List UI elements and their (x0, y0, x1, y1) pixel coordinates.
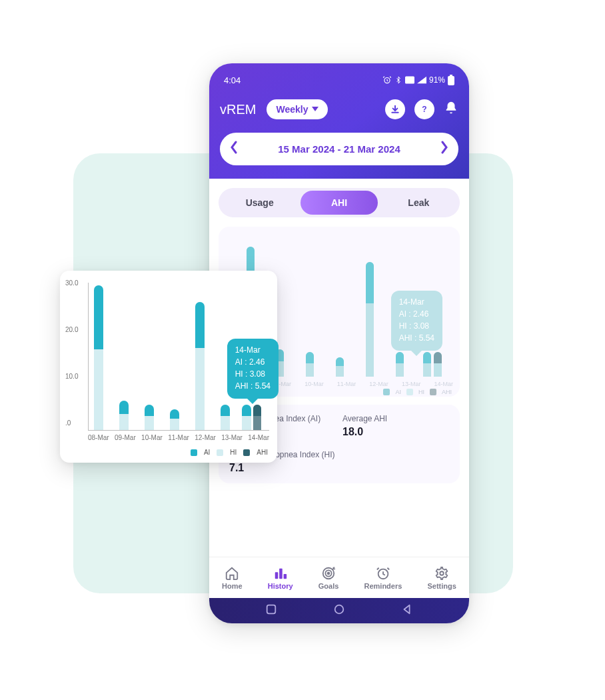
chevron-down-icon (312, 107, 318, 112)
chart-legend: AI HI AHI (191, 449, 268, 456)
system-nav (209, 598, 469, 623)
ytick-0: .0 (65, 419, 71, 427)
metric-hi-value: 7.1 (229, 462, 336, 474)
target-icon (321, 566, 336, 581)
sys-recent-button[interactable] (265, 603, 277, 618)
app-header: 4:04 91% vREM Weekly ? (209, 63, 469, 179)
battery-icon (448, 75, 454, 85)
chart-tooltip-faded: 14-Mar AI : 2.46 HI : 3.08 AHI : 5.54 (391, 291, 442, 351)
period-selector[interactable]: Weekly (267, 99, 328, 119)
signal-icon (417, 76, 426, 84)
sys-back-button[interactable] (401, 603, 413, 618)
status-time: 4:04 (224, 75, 241, 85)
battery-percent: 91% (429, 75, 445, 85)
svg-rect-2 (448, 76, 454, 85)
svg-text:?: ? (422, 105, 426, 114)
sys-home-button[interactable] (333, 603, 345, 618)
download-icon (390, 104, 400, 115)
chart-icon (273, 566, 288, 581)
chart-legend-faded: AI HI AHI (383, 389, 452, 395)
ahi-chart-overlay: 30.0 20.0 10.0 .0 08-Mar09-Mar10-Mar11-M… (60, 271, 277, 463)
app-title: vREM (220, 102, 256, 117)
notifications-button[interactable] (444, 101, 458, 118)
metric-tabs: Usage AHI Leak (219, 188, 460, 217)
nav-reminders[interactable]: Reminders (364, 566, 402, 590)
svg-rect-1 (405, 77, 414, 84)
svg-rect-13 (267, 605, 276, 614)
svg-point-10 (328, 572, 330, 574)
svg-rect-3 (450, 75, 452, 76)
toolbar: vREM Weekly ? (220, 99, 458, 119)
chart-tooltip: 14-Mar AI : 2.46 HI : 3.08 AHI : 5.54 (227, 339, 279, 399)
chevron-left-icon (229, 141, 239, 154)
tab-usage[interactable]: Usage (221, 191, 298, 215)
period-selector-label: Weekly (276, 104, 308, 115)
bell-icon (444, 101, 458, 115)
question-icon: ? (419, 104, 430, 115)
status-bar: 4:04 91% (220, 71, 458, 89)
nav-home[interactable]: Home (222, 566, 243, 590)
volte-icon (405, 76, 414, 84)
nav-goals[interactable]: Goals (318, 566, 339, 590)
download-button[interactable] (385, 99, 405, 119)
ytick-20: 20.0 (65, 326, 78, 333)
date-next-button[interactable] (440, 141, 449, 157)
svg-point-14 (335, 605, 344, 614)
nav-history[interactable]: History (268, 566, 293, 590)
status-icons: 91% (382, 75, 454, 85)
svg-rect-7 (283, 573, 287, 578)
svg-rect-5 (275, 572, 278, 579)
nav-settings[interactable]: Settings (427, 566, 456, 590)
date-range-label: 15 Mar 2024 - 21 Mar 2024 (278, 143, 400, 155)
help-button[interactable]: ? (414, 99, 434, 119)
bluetooth-icon (394, 75, 402, 85)
metric-ahi-label: Average AHI (342, 414, 449, 423)
metric-ahi-value: 18.0 (342, 426, 449, 438)
metric-ahi: Average AHI 18.0 (342, 414, 449, 438)
tab-leak[interactable]: Leak (380, 191, 457, 215)
ytick-10: 10.0 (65, 373, 78, 380)
chart-xticks: 08-Mar09-Mar10-Mar11-Mar12-Mar13-Mar14-M… (88, 434, 269, 441)
ytick-30: 30.0 (65, 279, 78, 287)
alarm-icon (382, 75, 392, 85)
svg-rect-6 (279, 568, 283, 579)
clock-icon (376, 566, 390, 581)
tab-ahi[interactable]: AHI (301, 191, 377, 215)
svg-point-12 (440, 571, 444, 575)
date-prev-button[interactable] (229, 141, 239, 157)
bottom-nav: Home History Goals Reminders Settings (209, 557, 469, 598)
date-range-selector: 15 Mar 2024 - 21 Mar 2024 (220, 133, 458, 165)
home-icon (225, 566, 239, 581)
gear-icon (434, 566, 449, 581)
chevron-right-icon (440, 141, 449, 154)
